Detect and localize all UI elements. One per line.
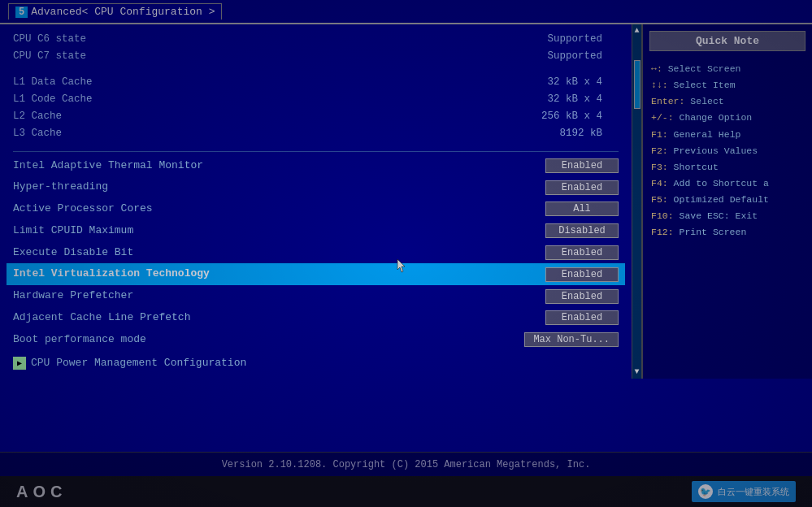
key-f5: F5:: [651, 194, 668, 205]
content-area: CPU C6 state Supported CPU C7 state Supp…: [0, 24, 812, 379]
header-bar: 5 Advanced< CPU Configuration >: [0, 0, 812, 24]
help-f4: F4: Add to Shortcut a: [651, 176, 804, 192]
key-f12: F12:: [651, 227, 674, 237]
divider: [13, 151, 619, 152]
key-enter: Enter:: [651, 96, 684, 106]
scroll-down-arrow[interactable]: ▼: [634, 367, 639, 377]
submenu-icon: ▶: [13, 357, 26, 370]
cpu-c6-row: CPU C6 state Supported: [13, 31, 619, 48]
key-select-item: ↕↓:: [651, 80, 668, 90]
thermal-monitor-btn[interactable]: Enabled: [545, 158, 619, 173]
footer: Version 2.10.1208. Copyright (C) 2015 Am…: [0, 452, 812, 476]
cpu-c7-label: CPU C7 state: [13, 48, 86, 65]
adj-cache-btn[interactable]: Enabled: [545, 310, 619, 325]
scrollbar[interactable]: ▲ ▼: [632, 24, 641, 379]
hw-prefetcher-btn[interactable]: Enabled: [545, 289, 619, 304]
cpu-c6-value: Supported: [547, 31, 602, 48]
adj-cache-label: Adjacent Cache Line Prefetch: [13, 310, 190, 327]
boot-perf-row[interactable]: Boot performance mode Max Non-Tu...: [13, 329, 619, 351]
submenu-label: CPU Power Management Configuration: [31, 357, 246, 369]
tab-title: Advanced< CPU Configuration >: [31, 6, 215, 18]
tab-number: 5: [15, 6, 28, 18]
l3-cache-label: L3 Cache: [13, 125, 62, 142]
help-f12: F12: Print Screen: [651, 224, 804, 240]
cache-info: L1 Data Cache 32 kB x 4 L1 Code Cache 32…: [13, 74, 619, 143]
help-select-item: ↕↓: Select Item: [651, 77, 804, 93]
boot-perf-label: Boot performance mode: [13, 332, 146, 349]
help-f10: F10: Save ESC: Exit: [651, 208, 804, 224]
help-text: ↔: Select Screen ↕↓: Select Item Enter: …: [643, 58, 812, 244]
cpu-states: CPU C6 state Supported CPU C7 state Supp…: [13, 31, 619, 66]
l1-code-value: 32 kB x 4: [547, 91, 602, 108]
key-change-option: +/-:: [651, 112, 674, 123]
quick-note-header: Quick Note: [649, 31, 805, 51]
key-select-screen: ↔:: [651, 63, 662, 74]
execute-disable-btn[interactable]: Enabled: [545, 245, 619, 260]
help-f5: F5: Optimized Default: [651, 192, 804, 208]
brand-bar: AOC 🐦 白云一键重装系统: [0, 476, 812, 507]
thermal-monitor-label: Intel Adaptive Thermal Monitor: [13, 158, 203, 175]
l1-data-value: 32 kB x 4: [547, 74, 602, 91]
virtualization-label: Intel Virtualization Technology: [13, 266, 210, 283]
virtualization-row[interactable]: Intel Virtualization Technology Enabled: [7, 263, 625, 285]
hyper-threading-btn[interactable]: Enabled: [545, 180, 619, 195]
bios-screen: 5 Advanced< CPU Configuration > CPU C6 s…: [0, 0, 812, 507]
l1-code-label: L1 Code Cache: [13, 91, 93, 108]
brand-right: 🐦 白云一键重装系统: [692, 481, 796, 502]
help-f2: F2: Previous Values: [651, 143, 804, 159]
cpu-power-submenu[interactable]: ▶ CPU Power Management Configuration: [13, 354, 619, 372]
l1-code-row: L1 Code Cache 32 kB x 4: [13, 91, 619, 108]
brand-aoc: AOC: [16, 483, 67, 501]
thermal-monitor-row[interactable]: Intel Adaptive Thermal Monitor Enabled: [13, 155, 619, 177]
l3-cache-value: 8192 kB: [559, 125, 602, 142]
help-enter: Enter: Select: [651, 93, 804, 110]
settings-list: Intel Adaptive Thermal Monitor Enabled H…: [13, 155, 619, 351]
scrollbar-thumb[interactable]: [634, 60, 640, 109]
hyper-threading-row[interactable]: Hyper-threading Enabled: [13, 176, 619, 198]
cpu-c7-row: CPU C7 state Supported: [13, 48, 619, 65]
cpu-c6-label: CPU C6 state: [13, 31, 86, 48]
processor-cores-btn[interactable]: All: [545, 202, 619, 216]
hw-prefetcher-row[interactable]: Hardware Prefetcher Enabled: [13, 285, 619, 307]
help-change-option: +/-: Change Option: [651, 110, 804, 126]
left-panel: CPU C6 state Supported CPU C7 state Supp…: [0, 24, 632, 379]
cpu-c7-value: Supported: [547, 48, 602, 65]
key-f4: F4:: [651, 178, 668, 188]
boot-perf-btn[interactable]: Max Non-Tu...: [524, 332, 619, 347]
key-f1: F1:: [651, 129, 668, 140]
l3-cache-row: L3 Cache 8192 kB: [13, 125, 619, 142]
scroll-up-arrow[interactable]: ▲: [634, 26, 639, 36]
execute-disable-row[interactable]: Execute Disable Bit Enabled: [13, 242, 619, 264]
processor-cores-label: Active Processor Cores: [13, 201, 153, 218]
help-select-screen: ↔: Select Screen: [651, 61, 804, 77]
help-f1: F1: General Help: [651, 127, 804, 143]
footer-text: Version 2.10.1208. Copyright (C) 2015 Am…: [222, 459, 591, 470]
right-panel: Quick Note ↔: Select Screen ↕↓: Select I…: [641, 24, 812, 379]
hyper-threading-label: Hyper-threading: [13, 179, 108, 196]
l2-cache-label: L2 Cache: [13, 108, 62, 125]
virtualization-btn[interactable]: Enabled: [545, 267, 619, 282]
cpuid-max-btn[interactable]: Disabled: [545, 223, 619, 238]
brand-right-text: 白云一键重装系统: [718, 486, 789, 498]
header-tab: 5 Advanced< CPU Configuration >: [8, 3, 222, 20]
cpuid-max-label: Limit CPUID Maximum: [13, 223, 133, 240]
l2-cache-row: L2 Cache 256 kB x 4: [13, 108, 619, 125]
hw-prefetcher-label: Hardware Prefetcher: [13, 288, 133, 305]
adj-cache-row[interactable]: Adjacent Cache Line Prefetch Enabled: [13, 307, 619, 329]
key-f10: F10:: [651, 210, 674, 221]
key-f2: F2:: [651, 145, 668, 156]
execute-disable-label: Execute Disable Bit: [13, 245, 133, 262]
twitter-icon: 🐦: [698, 484, 713, 499]
l1-data-label: L1 Data Cache: [13, 74, 93, 91]
l1-data-row: L1 Data Cache 32 kB x 4: [13, 74, 619, 91]
help-f3: F3: Shortcut: [651, 159, 804, 176]
processor-cores-row[interactable]: Active Processor Cores All: [13, 198, 619, 220]
key-f3: F3:: [651, 162, 668, 172]
l2-cache-value: 256 kB x 4: [541, 108, 602, 125]
cpuid-max-row[interactable]: Limit CPUID Maximum Disabled: [13, 220, 619, 242]
